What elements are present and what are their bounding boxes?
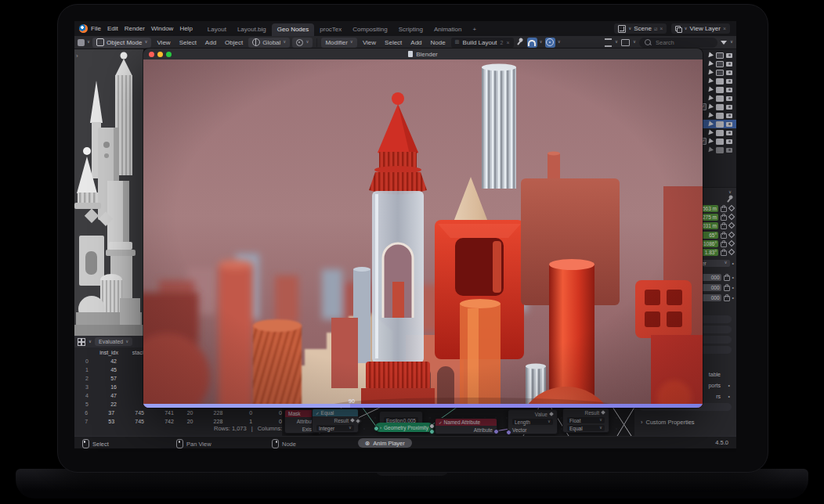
close-window-button[interactable]	[149, 52, 154, 57]
keyframe-diamond-icon[interactable]	[728, 240, 735, 247]
region-toggle-icon[interactable]: ›	[76, 52, 78, 59]
close-icon[interactable]: ×	[660, 26, 663, 31]
node-geometry-proximity[interactable]: › Geometry Proximity	[375, 423, 433, 432]
tab-layout-big[interactable]: Layout.big	[232, 23, 272, 36]
camera-icon[interactable]	[726, 113, 732, 118]
lock-icon[interactable]	[721, 215, 727, 221]
object-mode-dropdown[interactable]: Object Mode ∨	[92, 38, 151, 48]
menu-file[interactable]: File	[88, 25, 104, 32]
monitor-icon[interactable]	[716, 70, 724, 76]
tab-geo-nodes[interactable]: Geo Nodes	[272, 23, 314, 36]
minimize-window-button[interactable]	[157, 52, 163, 57]
display-mode-icon[interactable]	[605, 38, 612, 47]
mode-dropdown[interactable]: Float∨	[567, 417, 605, 423]
operation-dropdown[interactable]: Length∨	[512, 419, 553, 425]
menu-edit[interactable]: Edit	[104, 25, 121, 32]
proportional-edit-toggle[interactable]	[545, 38, 555, 48]
tab-compositing[interactable]: Compositing	[347, 23, 392, 36]
node-compare-equal[interactable]: ✓ Equal Result Integer∨	[312, 409, 359, 433]
viewport-3d-clay[interactable]: ›	[74, 49, 143, 336]
keyframe-diamond-icon[interactable]	[728, 205, 735, 211]
socket-vector[interactable]	[506, 430, 511, 435]
monitor-icon[interactable]	[716, 121, 724, 128]
render-window-titlebar[interactable]: Blender	[143, 49, 703, 59]
lock-icon[interactable]	[724, 296, 730, 301]
spreadsheet-icon[interactable]	[78, 338, 85, 346]
camera-icon[interactable]	[726, 53, 732, 58]
monitor-icon[interactable]	[716, 104, 724, 110]
camera-icon[interactable]	[726, 139, 732, 144]
lock-icon[interactable]	[721, 233, 727, 239]
menu-window[interactable]: Window	[148, 25, 176, 32]
camera-icon[interactable]	[726, 62, 732, 67]
camera-icon[interactable]	[726, 70, 732, 75]
monitor-icon[interactable]	[716, 61, 724, 67]
scene-selector[interactable]: ∨ Scene ⧄ ×	[614, 23, 667, 34]
maximize-window-button[interactable]	[166, 52, 172, 57]
view-layer-selector[interactable]: ∨ View Layer ×	[671, 23, 730, 34]
tab-layout[interactable]: Layout	[202, 23, 232, 36]
lock-icon[interactable]	[721, 224, 727, 229]
restriction-toggles-icon[interactable]	[621, 39, 630, 46]
keyframe-diamond-icon[interactable]	[728, 222, 735, 229]
custom-properties-panel[interactable]: › Custom Properties	[641, 419, 695, 426]
modifier-dropdown[interactable]: Modifier ∨	[321, 38, 356, 48]
editor-type-icon[interactable]	[78, 39, 85, 46]
column-inst-idx[interactable]: inst_idx	[90, 350, 118, 355]
node-named-attribute[interactable]: ✓ Named Attribute Attribute	[435, 418, 497, 434]
lock-icon[interactable]	[721, 207, 727, 212]
monitor-icon[interactable]	[716, 95, 724, 102]
operation-dropdown[interactable]: Equal∨	[567, 425, 605, 431]
lock-icon[interactable]	[721, 242, 727, 247]
keyframe-diamond-icon[interactable]	[728, 214, 735, 220]
copy-icon[interactable]: ⧄	[654, 26, 657, 32]
anim-player-job[interactable]: ⊗ Anim Player	[358, 438, 412, 448]
node-vector-math[interactable]: Value Length∨ Vector	[508, 409, 558, 434]
viewport-menu-view[interactable]: View	[154, 39, 173, 46]
outliner-search[interactable]	[639, 38, 717, 48]
filter-icon[interactable]	[721, 41, 727, 45]
keyframe-diamond-icon[interactable]	[728, 232, 735, 238]
close-icon[interactable]: ×	[507, 40, 510, 45]
camera-icon[interactable]	[726, 96, 732, 101]
camera-icon[interactable]	[726, 148, 732, 153]
camera-icon[interactable]	[726, 105, 732, 110]
search-input[interactable]	[654, 38, 704, 47]
caret-down-icon[interactable]: ∨	[728, 190, 732, 195]
render-window[interactable]: Blender	[143, 49, 703, 408]
socket-attribute[interactable]	[493, 429, 499, 434]
snap-toggle[interactable]	[527, 38, 537, 48]
camera-icon[interactable]	[726, 88, 732, 92]
node-tree-selector[interactable]: ⊞ Build Layout 2 ×	[451, 38, 514, 48]
camera-icon[interactable]	[726, 131, 732, 135]
viewport-menu-select[interactable]: Select	[176, 39, 200, 46]
monitor-icon[interactable]	[716, 78, 724, 85]
lock-icon[interactable]	[721, 250, 727, 256]
viewport-menu-add[interactable]: Add	[202, 39, 219, 46]
tab-scripting[interactable]: Scripting	[393, 23, 428, 36]
monitor-icon[interactable]	[716, 130, 724, 136]
tab-proctex[interactable]: procTex	[314, 23, 347, 36]
close-icon[interactable]: ×	[723, 26, 726, 31]
monitor-icon[interactable]	[716, 139, 724, 145]
node-menu-view[interactable]: View	[360, 39, 379, 46]
monitor-icon[interactable]	[716, 147, 724, 153]
integer-dropdown[interactable]: Integer∨	[316, 425, 354, 431]
viewport-menu-object[interactable]: Object	[222, 39, 246, 46]
keyframe-diamond-icon[interactable]	[728, 249, 735, 255]
pin-icon[interactable]	[517, 40, 522, 45]
monitor-icon[interactable]	[716, 52, 724, 59]
stop-icon[interactable]: ⊗	[365, 440, 370, 447]
frame-progress-bar[interactable]	[143, 404, 703, 408]
socket-input[interactable]	[374, 426, 379, 431]
orientation-dropdown[interactable]: Global ∨	[248, 38, 290, 48]
node-compare-float[interactable]: Result Float∨ Equal∨	[562, 408, 609, 433]
pivot-dropdown[interactable]: ∨	[292, 38, 313, 48]
tab-animation[interactable]: Animation	[428, 23, 468, 36]
blender-logo-icon[interactable]	[79, 24, 88, 33]
node-menu-add[interactable]: Add	[407, 39, 425, 46]
rotation-mode-dropdown[interactable]: ler∨	[699, 260, 730, 267]
node-menu-node[interactable]: Node	[428, 39, 449, 46]
menu-help[interactable]: Help	[176, 25, 195, 32]
menu-render[interactable]: Render	[121, 25, 148, 32]
